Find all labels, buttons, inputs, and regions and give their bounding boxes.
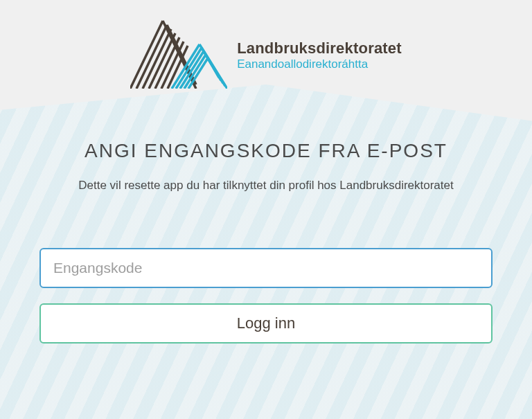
page-description: Dette vil resette app du har tilknyttet …: [78, 179, 453, 193]
logo-icon: [130, 19, 227, 91]
page-title: ANGI ENGANGSKODE FRA E-POST: [85, 140, 447, 162]
main-container: Landbruksdirektoratet Eanandoallodirekto…: [0, 0, 532, 344]
logo: Landbruksdirektoratet Eanandoallodirekto…: [130, 19, 402, 91]
logo-subtitle: Eanandoallodirektoráhtta: [237, 57, 402, 71]
code-input[interactable]: [39, 248, 493, 288]
login-form: Logg inn: [39, 248, 493, 344]
logo-text-wrap: Landbruksdirektoratet Eanandoallodirekto…: [237, 39, 402, 71]
svg-line-1: [136, 25, 167, 89]
login-button[interactable]: Logg inn: [39, 303, 493, 344]
logo-title: Landbruksdirektoratet: [237, 39, 402, 57]
svg-line-18: [208, 58, 219, 78]
